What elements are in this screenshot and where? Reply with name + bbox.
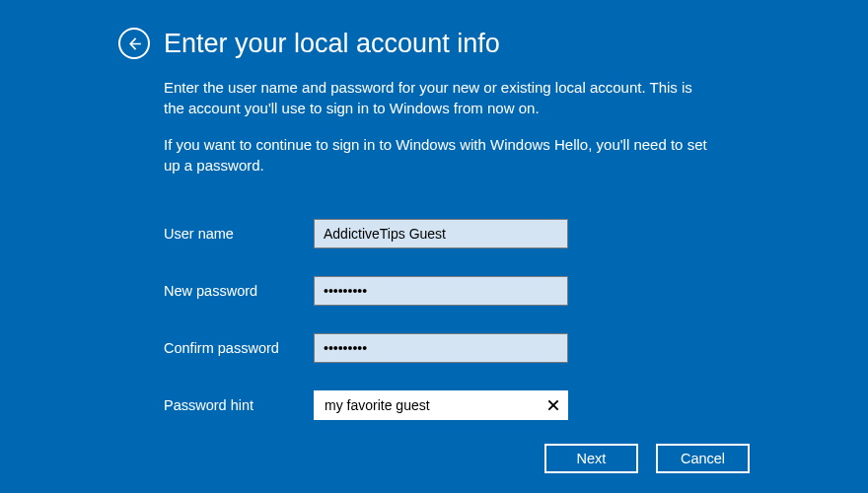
confirm-password-label: Confirm password <box>164 340 314 356</box>
password-hint-label: Password hint <box>164 397 314 413</box>
confirm-password-input[interactable] <box>314 333 568 363</box>
new-password-label: New password <box>164 283 314 299</box>
close-icon <box>546 398 560 412</box>
back-button[interactable] <box>118 28 150 59</box>
next-button[interactable]: Next <box>544 444 638 473</box>
password-hint-input[interactable] <box>314 390 568 420</box>
page-title: Enter your local account info <box>164 31 500 57</box>
new-password-input[interactable] <box>314 276 568 306</box>
clear-hint-button[interactable] <box>542 393 565 417</box>
arrow-left-icon <box>126 35 143 52</box>
username-input[interactable] <box>314 219 568 248</box>
cancel-button[interactable]: Cancel <box>656 444 750 473</box>
username-label: User name <box>164 226 314 242</box>
description-text-1: Enter the user name and password for you… <box>164 77 716 118</box>
description-text-2: If you want to continue to sign in to Wi… <box>164 134 716 176</box>
